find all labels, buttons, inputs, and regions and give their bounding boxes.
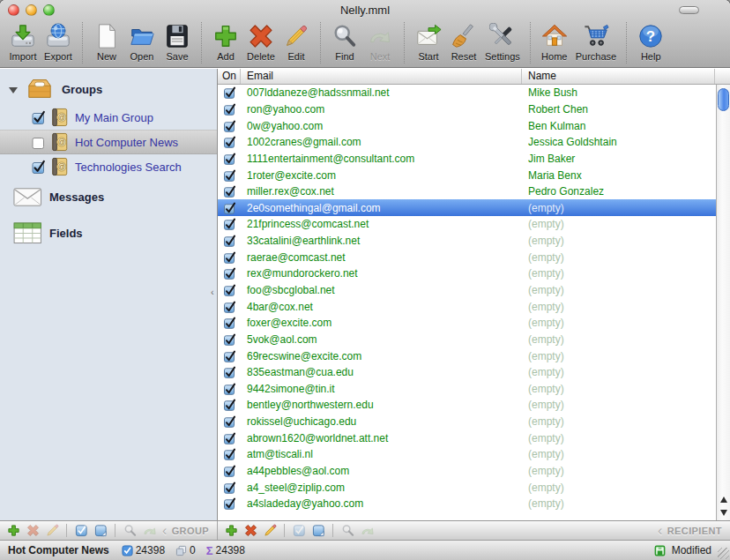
sidebar-item-my-main-group[interactable]: @My Main Group	[0, 105, 217, 130]
settings-button[interactable]: Settings	[481, 20, 524, 63]
row-checkbox[interactable]	[224, 399, 235, 411]
row-checkbox[interactable]	[224, 284, 235, 296]
delete-small-button[interactable]	[24, 523, 41, 538]
redo-small-button[interactable]	[358, 523, 376, 538]
delete-small-button[interactable]	[242, 523, 259, 538]
splitter-collapse-handle[interactable]: ‹	[211, 287, 214, 296]
row-checkbox[interactable]	[224, 383, 235, 395]
row-checkbox[interactable]	[224, 86, 235, 99]
table-row[interactable]: 69recswine@excite.com(empty)	[218, 347, 716, 364]
find-small-button[interactable]	[339, 523, 356, 538]
table-row[interactable]: rex@mundorockero.net(empty)	[218, 265, 716, 282]
table-row[interactable]: 0w@yahoo.comBen Kulman	[218, 117, 716, 134]
sidebar-item-hot-computer-news[interactable]: @Hot Computer News	[0, 130, 217, 154]
table-row[interactable]: a44pebbles@aol.com(empty)	[218, 463, 716, 480]
row-checkbox[interactable]	[224, 136, 235, 148]
row-checkbox[interactable]	[224, 301, 235, 313]
table-row[interactable]: rokissel@uchicago.edu(empty)	[218, 414, 716, 430]
table-row[interactable]: a4sladeday@yahoo.com(empty)	[218, 496, 716, 512]
row-checkbox[interactable]	[224, 448, 235, 460]
group-checked-checkbox[interactable]	[32, 160, 45, 174]
home-button[interactable]: Home	[537, 20, 572, 63]
group-unchecked-checkbox[interactable]	[32, 135, 45, 149]
resize-grip[interactable]	[718, 548, 729, 559]
row-checkbox[interactable]	[224, 497, 235, 510]
delete-button[interactable]: Delete	[243, 20, 279, 63]
table-row[interactable]: 4bar@cox.net(empty)	[218, 298, 716, 315]
disclosure-triangle-icon[interactable]	[9, 87, 18, 93]
help-button[interactable]: ?Help	[633, 20, 668, 63]
table-row[interactable]: foxer@excite.com(empty)	[218, 315, 716, 332]
sidebar-item-messages[interactable]: Messages	[0, 179, 217, 215]
sidebar-groups-header[interactable]: Groups	[0, 69, 217, 105]
row-checkbox[interactable]	[224, 169, 235, 182]
table-row[interactable]: a4_steel@ziplip.com(empty)	[218, 479, 716, 496]
row-checkbox[interactable]	[224, 465, 235, 477]
toolbar-toggle-pill[interactable]	[679, 6, 699, 14]
row-checkbox[interactable]	[224, 202, 235, 214]
zoom-button[interactable]	[43, 4, 55, 16]
close-button[interactable]	[8, 4, 19, 16]
table-row[interactable]: raerae@comcast.net(empty)	[218, 249, 716, 265]
find-small-button[interactable]	[121, 523, 138, 538]
edit-button[interactable]: Edit	[279, 20, 314, 63]
minimize-button[interactable]	[26, 4, 37, 16]
add-small-button[interactable]	[4, 523, 22, 538]
row-checkbox[interactable]	[224, 235, 235, 247]
table-row[interactable]: 835eastman@cua.edu(empty)	[218, 364, 716, 381]
group-checked-checkbox[interactable]	[32, 110, 45, 124]
row-checkbox[interactable]	[224, 218, 235, 230]
row-checkbox[interactable]	[224, 185, 235, 198]
uncheck-all-button[interactable]	[309, 523, 327, 538]
table-row[interactable]: 21fprincess@comcast.net(empty)	[218, 216, 716, 233]
find-button[interactable]: Find	[327, 20, 362, 63]
table-row[interactable]: bentley@northwestern.edu(empty)	[218, 397, 716, 414]
table-row[interactable]: 9442simone@tin.it(empty)	[218, 381, 716, 398]
column-header-name[interactable]: Name	[522, 69, 715, 84]
open-button[interactable]: Open	[124, 20, 160, 63]
scroll-down-button[interactable]	[717, 506, 730, 519]
row-checkbox[interactable]	[224, 153, 235, 165]
redo-small-button[interactable]	[140, 523, 158, 538]
row-checkbox[interactable]	[224, 350, 235, 362]
add-button[interactable]: Add	[208, 20, 243, 63]
reset-button[interactable]: Reset	[446, 20, 481, 63]
purchase-button[interactable]: Purchase	[572, 20, 620, 63]
row-checkbox[interactable]	[224, 432, 235, 444]
column-header-on[interactable]: On	[218, 69, 241, 84]
table-row[interactable]: 33catalini@earthlink.net(empty)	[218, 233, 716, 250]
table-row[interactable]: atm@tiscali.nl(empty)	[218, 446, 716, 463]
vertical-scrollbar[interactable]	[716, 85, 730, 520]
new-button[interactable]: New	[89, 20, 124, 63]
import-button[interactable]: Import	[5, 20, 41, 63]
sidebar-item-technologies-search[interactable]: @Technologies Search	[0, 154, 217, 179]
table-row[interactable]: 1002cranes@gmail.comJessica Goldshtain	[218, 134, 716, 151]
row-checkbox[interactable]	[224, 317, 235, 329]
export-button[interactable]: Export	[41, 20, 76, 63]
row-checkbox[interactable]	[224, 333, 235, 346]
table-row[interactable]: 2e0somethingal@gmail.com(empty)	[218, 199, 716, 216]
uncheck-all-button[interactable]	[92, 523, 109, 538]
table-row[interactable]: 1roter@excite.comMaria Benx	[218, 167, 716, 183]
check-all-button[interactable]	[72, 523, 90, 538]
table-row[interactable]: 007lddaneze@hadssnmail.netMike Bush	[218, 85, 716, 101]
scroll-up-button[interactable]	[717, 493, 730, 506]
sidebar-item-fields[interactable]: Fields	[0, 215, 217, 251]
row-checkbox[interactable]	[224, 482, 235, 494]
row-checkbox[interactable]	[224, 415, 235, 428]
edit-small-button[interactable]	[43, 523, 61, 538]
titlebar[interactable]: Nelly.mml	[0, 0, 730, 19]
table-row[interactable]: foo@sbcglobal.net(empty)	[218, 282, 716, 299]
check-all-button[interactable]	[290, 523, 308, 538]
row-checkbox[interactable]	[224, 103, 235, 116]
row-checkbox[interactable]	[224, 120, 235, 132]
row-checkbox[interactable]	[224, 267, 235, 280]
scrollbar-thumb[interactable]	[718, 88, 729, 111]
table-row[interactable]: 5vok@aol.com(empty)	[218, 332, 716, 348]
next-button[interactable]: Next	[362, 20, 398, 63]
edit-small-button[interactable]	[261, 523, 279, 538]
row-checkbox[interactable]	[224, 366, 235, 378]
add-small-button[interactable]	[222, 523, 240, 538]
table-row[interactable]: ron@yahoo.comRobert Chen	[218, 101, 716, 118]
row-checkbox[interactable]	[224, 251, 235, 264]
